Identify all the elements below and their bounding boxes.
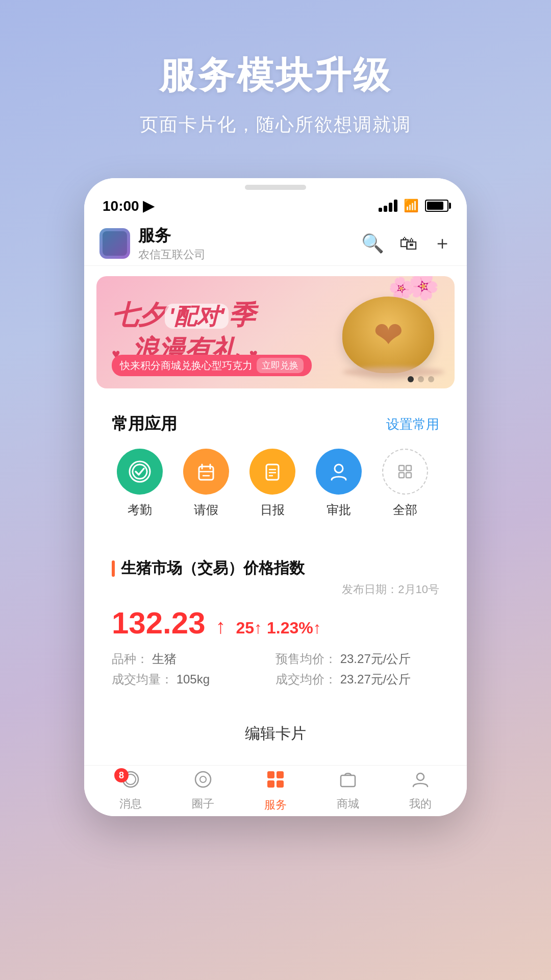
app-kaoqin[interactable]: 考勤	[112, 449, 168, 518]
message-badge: 8	[114, 768, 129, 782]
app-logo	[99, 228, 130, 259]
market-header: 生猪市场（交易）价格指数	[112, 558, 439, 579]
svg-rect-5	[406, 465, 411, 471]
banner-cta-text: 快来积分商城兑换心型巧克力	[120, 359, 253, 373]
service-label: 服务	[264, 797, 287, 813]
svg-rect-15	[277, 780, 284, 788]
shenpi-label: 审批	[327, 502, 351, 518]
svg-point-3	[335, 464, 343, 473]
market-price-row: 132.23 ↑ 25↑ 1.23%↑	[112, 605, 439, 641]
market-change: 25↑ 1.23%↑	[236, 619, 321, 638]
market-title: 生猪市场（交易）价格指数	[121, 558, 305, 579]
common-apps-title: 常用应用	[112, 413, 177, 435]
market-card: 生猪市场（交易）价格指数 发布日期：2月10号 132.23 ↑ 25↑ 1.2…	[96, 544, 455, 702]
app-qingjia[interactable]: 请假	[178, 449, 234, 518]
wifi-icon: 📶	[404, 199, 419, 213]
app-all[interactable]: 全部	[377, 449, 433, 518]
svg-rect-12	[267, 771, 274, 778]
nav-service[interactable]: 服务	[245, 769, 306, 813]
status-bar: 10:00 ▶ 📶	[84, 190, 467, 221]
battery-icon	[425, 200, 448, 212]
promo-title: 服务模块升级	[31, 51, 520, 100]
variety-item: 品种： 生猪	[112, 651, 276, 667]
message-label: 消息	[119, 796, 142, 812]
market-details: 品种： 生猪 预售均价： 23.27元/公斤 成交均量： 105kg 成交均价：…	[112, 651, 439, 688]
ribao-label: 日报	[260, 502, 285, 518]
signal-icon	[379, 200, 397, 212]
phone-top-bar	[84, 178, 467, 190]
status-time: 10:00 ▶	[103, 198, 154, 214]
presale-item: 预售均价： 23.27元/公斤	[276, 651, 439, 667]
service-icon	[265, 769, 286, 794]
common-apps-card: 常用应用 设置常用 考勤	[96, 399, 455, 533]
app-ribao[interactable]: 日报	[244, 449, 300, 518]
edit-card-label: 编辑卡片	[245, 723, 306, 744]
market-date: 发布日期：2月10号	[112, 582, 439, 597]
trade-item: 成交均价： 23.27元/公斤	[276, 671, 439, 688]
banner-dot-1[interactable]	[408, 376, 414, 382]
banner-image: 🌸 🌸 ❤	[342, 281, 444, 373]
promo-area: 服务模块升级 页面卡片化，随心所欲想调就调	[0, 0, 551, 168]
all-icon	[382, 449, 428, 495]
qingjia-icon	[183, 449, 229, 495]
ribao-icon	[249, 449, 295, 495]
mine-label: 我的	[409, 796, 432, 812]
nav-shop[interactable]: 商城	[317, 770, 379, 812]
market-indicator	[112, 560, 115, 577]
set-common-action[interactable]: 设置常用	[386, 415, 439, 433]
bag-icon[interactable]: 🛍	[399, 233, 418, 254]
banner-dot-2[interactable]	[418, 376, 424, 382]
banner-cta[interactable]: 快来积分商城兑换心型巧克力 立即兑换	[112, 355, 312, 376]
search-icon[interactable]: 🔍	[361, 233, 384, 254]
shop-icon	[339, 770, 357, 793]
shop-label: 商城	[337, 796, 359, 812]
qingjia-label: 请假	[194, 502, 218, 518]
svg-rect-4	[399, 465, 404, 471]
promo-subtitle: 页面卡片化，随心所欲想调就调	[31, 112, 520, 137]
banner-line1: 七夕'配对'季	[112, 300, 255, 330]
app-subtitle: 农信互联公司	[138, 247, 361, 262]
circle-icon	[194, 770, 212, 793]
kaoqin-icon	[117, 449, 163, 495]
nav-circle[interactable]: 圈子	[172, 770, 234, 812]
svg-rect-1	[199, 467, 213, 480]
svg-point-10	[195, 772, 211, 787]
svg-rect-6	[399, 473, 404, 478]
svg-point-11	[200, 776, 206, 782]
svg-point-17	[417, 773, 424, 780]
app-title: 服务	[138, 225, 361, 247]
phone-mockup: 10:00 ▶ 📶 服务 农信互联公司 🔍 🛍 ＋	[84, 178, 467, 816]
svg-rect-14	[267, 780, 274, 788]
nav-message[interactable]: 8 消息	[100, 770, 161, 812]
svg-rect-13	[277, 771, 284, 778]
all-label: 全部	[393, 502, 417, 518]
common-apps-header: 常用应用 设置常用	[96, 399, 455, 444]
kaoqin-label: 考勤	[128, 502, 152, 518]
header-actions: 🔍 🛍 ＋	[361, 231, 452, 256]
app-title-area: 服务 农信互联公司	[138, 225, 361, 262]
nav-mine[interactable]: 我的	[390, 770, 451, 812]
banner[interactable]: 七夕'配对'季 ♥ 浪漫有礼 ♥ 快来积分商城兑换心型巧克力 立即兑换 🌸	[96, 276, 455, 388]
app-shenpi[interactable]: 审批	[311, 449, 367, 518]
bottom-nav: 8 消息 圈子 服务	[84, 765, 467, 816]
market-price: 132.23	[112, 605, 206, 641]
banner-dot-3[interactable]	[428, 376, 434, 382]
circle-label: 圈子	[192, 796, 214, 812]
market-up-arrow: ↑	[216, 615, 226, 638]
svg-rect-7	[406, 473, 411, 478]
svg-rect-16	[341, 775, 355, 787]
banner-dots	[408, 376, 434, 382]
app-header: 服务 农信互联公司 🔍 🛍 ＋	[84, 221, 467, 266]
apps-grid: 考勤 请假	[96, 444, 455, 533]
banner-cta-btn[interactable]: 立即兑换	[257, 358, 304, 373]
phone-speaker	[245, 185, 306, 190]
add-icon[interactable]: ＋	[433, 231, 452, 256]
shenpi-icon	[316, 449, 362, 495]
volume-item: 成交均量： 105kg	[112, 671, 276, 688]
mine-icon	[411, 770, 430, 793]
status-icons: 📶	[379, 199, 448, 213]
edit-card-button[interactable]: 编辑卡片	[96, 712, 455, 755]
